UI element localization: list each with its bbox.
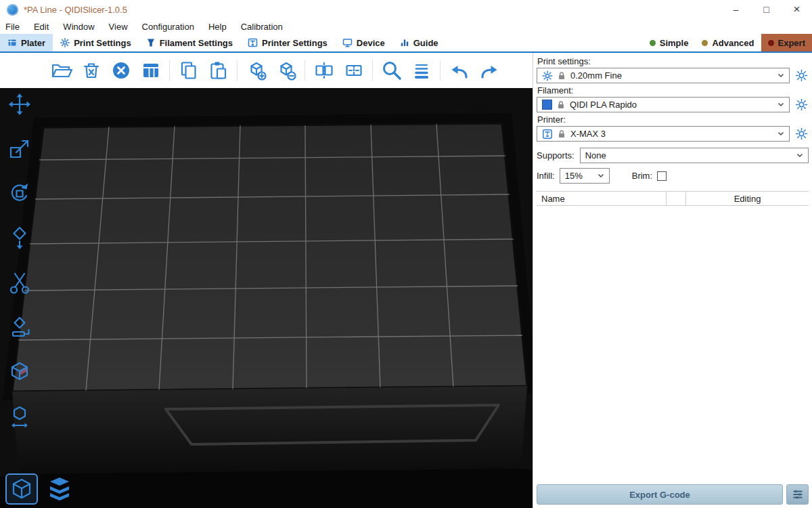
mode-simple[interactable]: Simple xyxy=(643,34,696,51)
minimize-button[interactable]: – xyxy=(721,0,751,19)
seam-painting-button[interactable] xyxy=(4,314,35,341)
toolbar-separator xyxy=(304,60,305,81)
gear-icon xyxy=(542,70,553,81)
expert-dot-icon xyxy=(768,40,774,46)
printer-value: X-MAX 3 xyxy=(570,129,606,139)
simple-dot-icon xyxy=(650,40,656,46)
delete-all-button[interactable] xyxy=(108,58,133,83)
split-to-parts-icon xyxy=(344,60,364,81)
menu-file[interactable]: File xyxy=(5,22,20,32)
cut-icon xyxy=(7,271,32,295)
column-header-name: Name xyxy=(537,192,667,205)
mode-label: Simple xyxy=(660,38,689,48)
menu-view[interactable]: View xyxy=(109,22,128,32)
export-row: Export G-code xyxy=(537,482,809,508)
window-title: *PA Line - QIDISlicer-1.0.5 xyxy=(24,5,127,15)
copy-button[interactable] xyxy=(176,58,201,83)
variable-layer-height-button[interactable] xyxy=(409,58,434,83)
viewport-3d[interactable] xyxy=(0,88,533,508)
paste-button[interactable] xyxy=(206,58,231,83)
seam-painting-icon xyxy=(7,316,32,340)
printer-combo[interactable]: X-MAX 3 xyxy=(537,126,790,142)
lock-icon xyxy=(557,129,566,139)
arrange-icon xyxy=(141,60,161,81)
redo-button[interactable] xyxy=(476,58,501,83)
split-to-parts-button[interactable] xyxy=(341,58,366,83)
filament-gear-button[interactable] xyxy=(794,98,809,112)
delete-button[interactable] xyxy=(78,58,104,83)
mode-label: Expert xyxy=(778,38,805,48)
device-icon xyxy=(342,38,353,47)
filament-value: QIDI PLA Rapido xyxy=(570,100,637,110)
filament-settings-icon xyxy=(146,38,156,47)
tab-guide[interactable]: Guide xyxy=(392,34,446,51)
advanced-dot-icon xyxy=(702,40,708,46)
mirror-button[interactable] xyxy=(4,404,35,431)
guide-icon xyxy=(400,38,409,47)
print-settings-icon xyxy=(60,38,70,47)
support-painting-button[interactable] xyxy=(4,359,35,386)
editor-3d-button[interactable] xyxy=(5,473,38,505)
close-button[interactable]: × xyxy=(782,0,812,19)
arrange-button[interactable] xyxy=(138,58,163,83)
split-to-objects-icon xyxy=(314,60,334,81)
tab-label: Printer Settings xyxy=(262,38,328,48)
open-folder-icon xyxy=(51,60,72,81)
toolbar-separator xyxy=(372,60,373,81)
tab-device[interactable]: Device xyxy=(335,34,392,51)
support-painting-icon xyxy=(7,360,32,385)
preview-layers-icon xyxy=(46,476,73,502)
filament-combo[interactable]: QIDI PLA Rapido xyxy=(537,97,790,112)
window-controls: – □ × xyxy=(721,0,812,19)
print-settings-combo[interactable]: 0.20mm Fine xyxy=(537,68,790,83)
object-list[interactable] xyxy=(537,206,809,482)
menu-edit[interactable]: Edit xyxy=(34,22,49,32)
mode-expert[interactable]: Expert xyxy=(761,34,812,51)
chevron-down-icon xyxy=(777,131,784,136)
tab-print-settings[interactable]: Print Settings xyxy=(53,34,139,51)
printer-gear-button[interactable] xyxy=(794,127,809,142)
menu-configuration[interactable]: Configuration xyxy=(142,22,194,32)
maximize-button[interactable]: □ xyxy=(751,0,782,19)
print-settings-value: 0.20mm Fine xyxy=(570,70,622,81)
editor-3d-icon xyxy=(10,478,33,501)
tab-filament-settings[interactable]: Filament Settings xyxy=(139,34,240,51)
object-table: Name Editing xyxy=(537,191,809,482)
settings-sidebar: Print settings: 0.20mm Fine Filament: QI… xyxy=(533,53,812,508)
add-instance-button[interactable] xyxy=(244,58,269,83)
mode-advanced[interactable]: Advanced xyxy=(695,34,761,51)
move-button[interactable] xyxy=(4,91,35,118)
column-header-extruder xyxy=(667,192,686,205)
filament-color-swatch xyxy=(542,100,552,110)
preview-layers-button[interactable] xyxy=(43,473,76,505)
place-on-face-button[interactable] xyxy=(4,225,35,252)
mode-label: Advanced xyxy=(712,38,754,48)
split-to-objects-button[interactable] xyxy=(311,58,336,83)
infill-combo[interactable]: 15% xyxy=(560,168,610,184)
mirror-icon xyxy=(7,405,32,429)
export-options-button[interactable] xyxy=(786,484,809,505)
menu-calibration[interactable]: Calibration xyxy=(241,22,283,32)
tab-plater[interactable]: Plater xyxy=(0,34,53,51)
tab-label: Device xyxy=(357,38,385,48)
copy-icon xyxy=(179,60,199,81)
search-button[interactable] xyxy=(379,58,404,83)
print-settings-gear-button[interactable] xyxy=(794,68,809,83)
undo-button[interactable] xyxy=(447,58,472,83)
cut-button[interactable] xyxy=(4,270,35,297)
open-button[interactable] xyxy=(49,58,74,83)
move-icon xyxy=(7,92,32,117)
trash-icon xyxy=(81,60,102,81)
supports-combo[interactable]: None xyxy=(580,148,809,163)
redo-icon xyxy=(478,60,500,81)
tab-printer-settings[interactable]: Printer Settings xyxy=(240,34,335,51)
menu-help[interactable]: Help xyxy=(208,22,227,32)
remove-instance-button[interactable] xyxy=(273,58,298,83)
brim-checkbox[interactable] xyxy=(657,171,667,181)
menu-window[interactable]: Window xyxy=(63,22,94,32)
printer-settings-icon xyxy=(248,38,258,47)
export-gcode-button[interactable]: Export G-code xyxy=(537,484,783,505)
viewport-toolbar xyxy=(0,53,533,88)
scale-button[interactable] xyxy=(4,135,35,163)
rotate-button[interactable] xyxy=(4,180,35,207)
